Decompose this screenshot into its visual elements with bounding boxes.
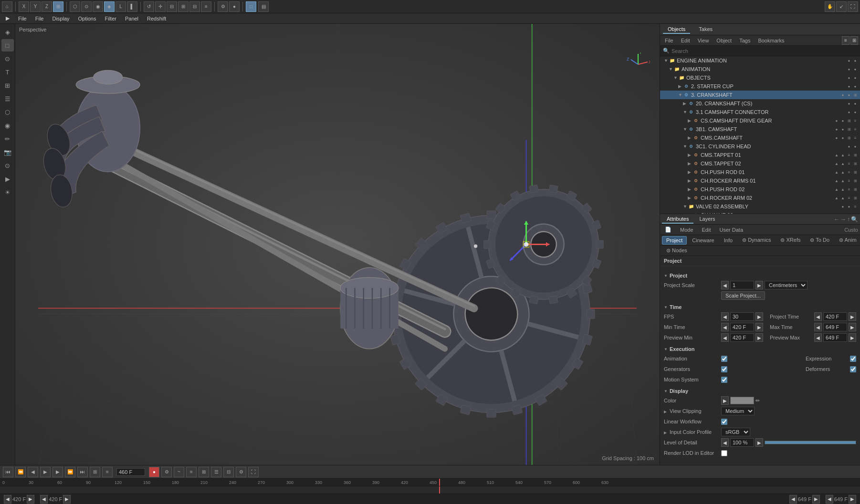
tree-item-camshaft-connector[interactable]: ▼ ⚙ 3.1 CAMSHAFT CONNECTOR ● ●	[660, 108, 860, 116]
time-section-header[interactable]: Time	[664, 304, 856, 310]
tree-item-valve02-assembly[interactable]: ▼ 📁 VALVE 02 ASSEMBLY ● ● ≡	[660, 202, 860, 211]
z-axis-btn[interactable]: Z	[42, 1, 52, 12]
visibility-btn[interactable]: ●	[846, 75, 852, 81]
expand-btn[interactable]: ≡	[852, 135, 858, 141]
play-btn[interactable]: ▶	[40, 467, 51, 477]
prev-max-input[interactable]	[823, 333, 847, 342]
tag-btn2[interactable]: ▲	[840, 195, 846, 201]
user-data-menu[interactable]: User Data	[717, 226, 746, 233]
lock-btn[interactable]: ●	[840, 118, 846, 123]
expand-btn[interactable]: ≡	[846, 186, 852, 192]
file-menu[interactable]: File	[662, 37, 676, 44]
lock-btn[interactable]: ●	[846, 92, 852, 98]
maxtime-decrement-btn[interactable]: ◀	[814, 323, 822, 331]
timeline-max-increment[interactable]: ▶	[849, 495, 856, 504]
lock-btn[interactable]: ●	[852, 83, 858, 89]
expand-btn[interactable]: ≡	[846, 195, 852, 201]
light-sidebar-icon[interactable]: ☀	[1, 186, 14, 198]
subtab-info[interactable]: Info	[720, 236, 737, 245]
tag-btn[interactable]: ▲	[834, 195, 839, 201]
tag-btn[interactable]: ▲	[834, 178, 839, 184]
menu-file[interactable]: File	[14, 15, 31, 22]
tag-btn2[interactable]: ▲	[840, 212, 846, 214]
render-lod-checkbox[interactable]	[721, 450, 727, 456]
timeline-start-decrement[interactable]: ◀	[4, 495, 11, 504]
lod-increment-btn[interactable]: ▶	[755, 438, 763, 447]
record-mode-btn[interactable]: ●	[149, 467, 159, 477]
render-view-icon[interactable]: ⊙	[81, 1, 92, 12]
tree-item-crankshaft-cs[interactable]: ▶ ⚙ 20. CRANKSHAFT (CS) ● ●	[660, 99, 860, 108]
tree-item-rocker-arm02[interactable]: ▶ ⚙ CH.ROCKER ARM 02 ▲ ▲ ≡ ⊞	[660, 194, 860, 202]
expand-btn[interactable]: ≡	[846, 169, 852, 175]
align-icon[interactable]: ≡	[201, 1, 211, 12]
execution-section-header[interactable]: Execution	[664, 346, 856, 352]
tag-btn[interactable]: ▲	[834, 161, 839, 166]
lock-btn[interactable]: ●	[852, 109, 858, 115]
tag-btn[interactable]: ▲	[834, 152, 839, 158]
mintime-increment-btn[interactable]: ▶	[755, 323, 763, 331]
subtab-nodes[interactable]: ⊜ Nodes	[662, 246, 692, 255]
current-frame-input[interactable]	[119, 469, 143, 475]
generators-checkbox[interactable]	[721, 366, 727, 372]
visibility-btn[interactable]: ●	[846, 66, 852, 72]
tree-item-3b1-camshaft[interactable]: ▼ ⚙ 3B1. CAMSHAFT ● ● ⊞ ≡	[660, 125, 860, 134]
mintime-decrement-btn[interactable]: ◀	[721, 323, 729, 331]
dope-sheet-btn[interactable]: ≡	[186, 467, 197, 477]
scale-project-btn[interactable]: Scale Project...	[721, 291, 765, 300]
expand-tl-btn[interactable]: ⛶	[248, 467, 259, 477]
viewport-shading-icon[interactable]: ◈	[104, 1, 115, 12]
scale-decrement-btn[interactable]: ◀	[721, 281, 729, 289]
more-btn[interactable]: ⊞	[852, 186, 858, 192]
tag-btn2[interactable]: ▲	[840, 169, 846, 175]
more-btn[interactable]: ⊞	[852, 169, 858, 175]
first-frame-btn[interactable]: ⏮	[3, 467, 13, 477]
nav-up-btn[interactable]: ↑	[847, 216, 850, 223]
lock-btn[interactable]: ●	[852, 58, 858, 63]
timeline-current-decrement[interactable]: ◀	[40, 495, 48, 504]
lock-btn[interactable]: ●	[846, 204, 852, 209]
more-btn[interactable]: ⊞	[852, 195, 858, 201]
record-icon[interactable]: ●	[229, 1, 240, 12]
pointer-icon[interactable]: ↙	[836, 1, 847, 12]
tag-btn[interactable]: ⊞	[846, 135, 852, 141]
last-frame-btn[interactable]: ⏭	[77, 467, 88, 477]
timeline-max-decrement[interactable]: ◀	[826, 495, 833, 504]
prev-min-input[interactable]	[730, 333, 754, 342]
timeline-track[interactable]	[0, 486, 860, 494]
nav-forward-btn[interactable]: →	[840, 216, 846, 223]
subtab-dynamics[interactable]: ⊜ Dynamics	[738, 236, 775, 245]
live-select-icon[interactable]: ↺	[144, 1, 154, 12]
globe-icon[interactable]: ⊙	[1, 159, 14, 172]
eyedropper-btn[interactable]: ✏	[755, 398, 760, 404]
tag-btn[interactable]: ⊞	[846, 126, 852, 132]
tree-item-tappet01[interactable]: ▶ ⚙ CMS.TAPPET 01 ▲ ▲ ≡ ⊞	[660, 151, 860, 159]
pen-icon[interactable]: ✏	[1, 133, 14, 145]
tab-objects[interactable]: Objects	[663, 25, 690, 34]
menu-cameras[interactable]: File	[31, 15, 48, 22]
tag-btn2[interactable]: ▲	[840, 152, 846, 158]
nav-back-btn[interactable]: ←	[834, 216, 839, 223]
all-axis-btn[interactable]: ⊞	[53, 1, 63, 12]
project-settings-icon[interactable]: □	[246, 1, 256, 12]
scale-value-input[interactable]	[730, 281, 754, 289]
visibility-btn[interactable]: ●	[834, 118, 839, 123]
view-menu[interactable]: View	[695, 37, 712, 44]
tag-btn2[interactable]: ▲	[840, 186, 846, 192]
plugins-icon[interactable]: ⊞	[1, 79, 14, 92]
menu-panel[interactable]: Panel	[121, 15, 142, 22]
tree-item-crankshaft[interactable]: ▼ ⚙ 3. CRANKSHAFT ● ● ⊞	[660, 91, 860, 99]
timeline-playhead[interactable]	[439, 479, 440, 486]
visibility-btn[interactable]: ●	[840, 92, 846, 98]
viewport[interactable]: Perspective X Y Z Grid Spacing : 100 cm	[15, 24, 660, 465]
layers-icon[interactable]: ☰	[1, 93, 14, 105]
expand-all-btn[interactable]: ⊞	[850, 36, 858, 45]
more-btn[interactable]: ⊞	[852, 178, 858, 184]
prevmin-increment-btn[interactable]: ▶	[755, 333, 763, 342]
expand-btn[interactable]: ≡	[846, 178, 852, 184]
next-frame-btn[interactable]: ▶	[52, 467, 63, 477]
linear-workflow-checkbox[interactable]	[721, 419, 727, 425]
pt-decrement-btn[interactable]: ◀	[814, 312, 822, 321]
fps-increment-btn[interactable]: ▶	[755, 312, 763, 321]
layer-btn[interactable]: ☰	[211, 467, 221, 477]
scripts-icon[interactable]: T	[1, 66, 14, 78]
